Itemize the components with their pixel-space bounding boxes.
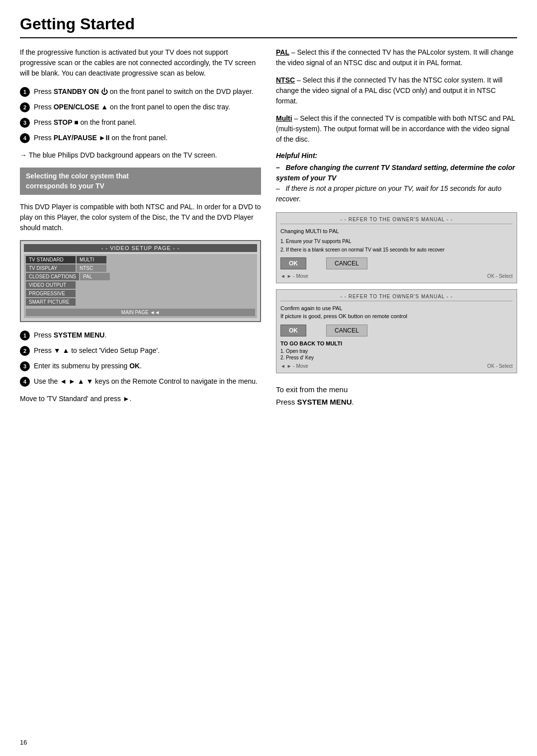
page-number: 16 [20, 739, 27, 746]
multi-section: Multi – Select this if the connected TV … [276, 113, 517, 145]
steps-list: 1 Press STANDBY ON ⏻ on the front panel … [20, 86, 261, 143]
manual-content-line1: Changing MULTI to PAL [280, 227, 513, 236]
manual-title-2: - - REFER TO THE OWNER'S MANUAL - - [280, 294, 513, 301]
menu-row-1: TV STANDARD MULTI [26, 256, 255, 263]
step-1-number: 1 [20, 87, 30, 97]
intro-text: If the progressive function is activated… [20, 47, 261, 79]
step-4: 4 Press PLAY/PAUSE ►II on the front pane… [20, 133, 261, 143]
menu-bottom: MAIN PAGE ◄◄ [26, 309, 255, 316]
manual-content-line1-2: Confirm again to use PAL [280, 304, 513, 313]
step2-4-number: 4 [20, 377, 30, 387]
manual-items-1: 1. Ensure your TV supports PAL 2. If the… [280, 238, 513, 253]
manual-content-1: Changing MULTI to PAL 1. Ensure your TV … [280, 227, 513, 253]
ok-cancel-row-2: OK CANCEL [280, 325, 513, 336]
ok-button-2[interactable]: OK [280, 325, 306, 336]
menu-row-3: CLOSED CAPTIONS PAL [26, 273, 255, 280]
pal-term: PAL [276, 48, 289, 56]
exit-title: To exit from the menu [276, 385, 348, 394]
ok-cancel-row-1: OK CANCEL [280, 257, 513, 269]
menu-row-4: VIDEO OUTPUT [26, 281, 255, 289]
nav-hint-1: ◄ ► - Move OK - Select [280, 273, 513, 279]
step-3: 3 Press STOP ■ on the front panel. [20, 117, 261, 128]
menu-title: - - VIDEO SETUP PAGE - - [24, 244, 257, 252]
menu-item-video-output: VIDEO OUTPUT [26, 281, 76, 289]
menu-item-tv-display: TV DISPLAY [26, 264, 76, 272]
step-1: 1 Press STANDBY ON ⏻ on the front panel … [20, 86, 261, 97]
step-4-text: Press PLAY/PAUSE ►II on the front panel. [34, 133, 168, 143]
page-title: Getting Started [20, 15, 517, 38]
step-3-text: Press STOP ■ on the front panel. [34, 117, 136, 128]
menu-item-multi: MULTI [77, 256, 106, 263]
steps2-list: 1 Press SYSTEM MENU. 2 Press ▼ ▲ to sele… [20, 330, 261, 387]
manual-item-1-2: 2. If there is a blank screen on normal … [280, 246, 513, 253]
menu-item-smart-picture: SMART PICTURE [26, 298, 76, 306]
menu-row-5: PROGRESSIVE [26, 290, 255, 297]
exit-body: Press SYSTEM MENU. [276, 398, 354, 406]
menu-item-pal: PAL [80, 273, 110, 280]
cancel-button-2[interactable]: CANCEL [326, 325, 367, 336]
nav-select-2: OK - Select [487, 363, 513, 369]
step2-1-number: 1 [20, 331, 30, 340]
menu-item-ntsc: NTSC [77, 264, 106, 272]
ok-button-1[interactable]: OK [280, 257, 306, 269]
step2-2-number: 2 [20, 346, 30, 356]
step2-3-number: 3 [20, 361, 30, 371]
blue-bg-text: → The blue Philips DVD background appear… [20, 150, 261, 161]
hint-line-1: – Before changing the current TV Standar… [276, 163, 517, 183]
section-text: This DVD Player is compatible with both … [20, 202, 261, 233]
helpful-hint: Helpful Hint: – Before changing the curr… [276, 152, 517, 204]
go-back-heading: TO GO BACK TO MULTI [280, 340, 513, 346]
ntsc-section: NTSC – Select this if the connected TV h… [276, 75, 517, 106]
menu-screenshot: - - VIDEO SETUP PAGE - - TV STANDARD MUL… [20, 240, 261, 322]
multi-term: Multi [276, 114, 292, 122]
nav-move-1: ◄ ► - Move [280, 273, 308, 279]
manual-item-1-1: 1. Ensure your TV supports PAL [280, 238, 513, 245]
go-back-items: 1. Open tray 2. Press d' Key [280, 348, 513, 360]
nav-move-2: ◄ ► - Move [280, 363, 308, 369]
menu-item-progressive: PROGRESSIVE [26, 290, 76, 297]
menu-rows: TV STANDARD MULTI TV DISPLAY NTSC CLOSED… [24, 254, 257, 318]
nav-hint-2: ◄ ► - Move OK - Select [280, 363, 513, 369]
manual-content-line2-2: If picture is good, press OK button on r… [280, 312, 513, 321]
left-column: If the progressive function is activated… [20, 47, 261, 411]
step2-2: 2 Press ▼ ▲ to select 'Video Setup Page'… [20, 345, 261, 356]
step2-3-text: Enter its submenu by pressing OK. [34, 361, 142, 371]
step-2: 2 Press OPEN/CLOSE ▲ on the front panel … [20, 102, 261, 112]
exit-section: To exit from the menu Press SYSTEM MENU. [276, 383, 517, 409]
step2-2-text: Press ▼ ▲ to select 'Video Setup Page'. [34, 345, 160, 356]
nav-select-1: OK - Select [487, 273, 513, 279]
arrow-icon: → [20, 151, 27, 159]
step-3-number: 3 [20, 118, 30, 128]
step2-1-text: Press SYSTEM MENU. [34, 330, 106, 340]
menu-row-2: TV DISPLAY NTSC [26, 264, 255, 272]
pal-text: – Select this if the connected TV has th… [276, 48, 514, 67]
hint-title: Helpful Hint: [276, 152, 517, 160]
hint-line-2: – If there is not a proper picture on yo… [276, 183, 517, 204]
manual-box-2: - - REFER TO THE OWNER'S MANUAL - - Conf… [276, 289, 517, 373]
go-back-item-1: 1. Open tray [280, 348, 513, 354]
menu-row-6: SMART PICTURE [26, 298, 255, 306]
cancel-button-1[interactable]: CANCEL [326, 257, 367, 269]
multi-text: – Select this if the connected TV is com… [276, 114, 515, 143]
step-2-number: 2 [20, 102, 30, 112]
move-text: Move to 'TV Standard' and press ►. [20, 394, 261, 404]
menu-item-tv-standard: TV STANDARD [26, 256, 76, 263]
step2-3: 3 Enter its submenu by pressing OK. [20, 361, 261, 371]
step2-1: 1 Press SYSTEM MENU. [20, 330, 261, 340]
go-back-item-2: 2. Press d' Key [280, 355, 513, 360]
step2-4: 4 Use the ◄ ► ▲ ▼ keys on the Remote Con… [20, 376, 261, 387]
manual-content-2: Confirm again to use PAL If picture is g… [280, 304, 513, 321]
step-2-text: Press OPEN/CLOSE ▲ on the front panel to… [34, 102, 230, 112]
manual-box-1: - - REFER TO THE OWNER'S MANUAL - - Chan… [276, 212, 517, 283]
right-column: PAL – Select this if the connected TV ha… [276, 47, 517, 411]
manual-title-1: - - REFER TO THE OWNER'S MANUAL - - [280, 217, 513, 224]
ntsc-term: NTSC [276, 76, 295, 84]
ntsc-text: – Select this if the connected TV has th… [276, 76, 503, 105]
step-1-text: Press STANDBY ON ⏻ on the front panel to… [34, 86, 253, 97]
step2-4-text: Use the ◄ ► ▲ ▼ keys on the Remote Contr… [34, 376, 258, 387]
pal-section: PAL – Select this if the connected TV ha… [276, 47, 517, 68]
highlight-box: Selecting the color system that correspo… [20, 168, 261, 195]
step-4-number: 4 [20, 133, 30, 143]
menu-item-closed-captions: CLOSED CAPTIONS [26, 273, 79, 280]
